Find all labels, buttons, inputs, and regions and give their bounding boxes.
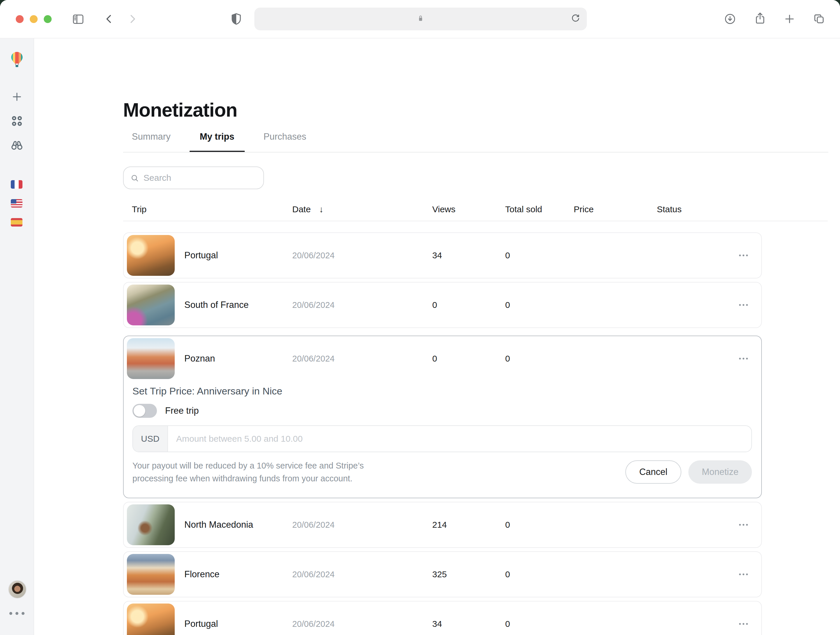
currency-label: USD	[133, 426, 168, 452]
lock-icon	[415, 13, 426, 25]
trip-row-main: Portugal 20/06/2024 34 0	[124, 602, 761, 635]
add-trip-icon[interactable]	[10, 90, 24, 105]
trip-row[interactable]: Portugal 20/06/2024 34 0	[123, 232, 762, 279]
trip-name: South of France	[184, 300, 249, 310]
trip-row[interactable]: Poznan 20/06/2024 0 0 Set Trip Price: An…	[123, 336, 762, 498]
trip-name: Florence	[184, 569, 219, 580]
trip-thumbnail	[127, 338, 175, 379]
share-icon[interactable]	[753, 12, 767, 25]
toggle-knob	[134, 405, 145, 417]
trip-views: 214	[432, 520, 447, 530]
back-icon[interactable]	[103, 13, 115, 25]
new-tab-icon[interactable]	[783, 13, 796, 25]
price-form-buttons: Cancel Monetize	[625, 460, 752, 484]
free-trip-toggle[interactable]	[133, 404, 157, 418]
trip-total-sold: 0	[505, 251, 510, 260]
tab-my-trips[interactable]: My trips	[200, 131, 235, 152]
trip-row-main: South of France 20/06/2024 0 0	[124, 282, 761, 328]
trip-total-sold: 0	[505, 300, 510, 310]
sort-desc-icon[interactable]: ↓	[319, 203, 324, 215]
trip-total-sold: 0	[505, 619, 510, 629]
apps-grid-icon[interactable]	[10, 114, 24, 129]
sidebar-toggle-icon[interactable]	[71, 12, 85, 26]
trip-thumbnail	[127, 235, 175, 276]
row-menu-button[interactable]	[736, 619, 751, 629]
app-logo-balloon-icon[interactable]	[10, 51, 24, 69]
explore-binoculars-icon[interactable]	[10, 138, 24, 153]
column-header-date[interactable]: Date	[292, 203, 311, 215]
main-content: Monetization Summary My trips Purchases …	[34, 38, 840, 635]
trip-total-sold: 0	[505, 354, 510, 364]
forward-icon[interactable]	[126, 13, 139, 25]
trip-views: 34	[432, 619, 442, 629]
app-sidebar	[0, 38, 34, 635]
free-trip-label: Free trip	[165, 405, 199, 416]
payout-disclaimer: Your payout will be reduced by a 10% ser…	[133, 459, 364, 485]
tab-summary[interactable]: Summary	[132, 131, 171, 152]
zoom-window-button[interactable]	[44, 15, 52, 23]
trip-row[interactable]: South of France 20/06/2024 0 0	[123, 282, 762, 328]
browser-window: Monetization Summary My trips Purchases …	[0, 0, 840, 635]
cancel-button[interactable]: Cancel	[625, 460, 682, 484]
row-menu-button[interactable]	[736, 354, 751, 364]
search-input[interactable]	[124, 167, 264, 189]
trip-views: 0	[432, 354, 437, 364]
reload-icon[interactable]	[570, 13, 581, 25]
browser-chrome	[0, 0, 840, 38]
user-avatar[interactable]	[8, 580, 27, 599]
trip-row-main: North Macedonia 20/06/2024 214 0	[124, 502, 761, 547]
monetize-button[interactable]: Monetize	[688, 460, 752, 484]
price-form: Set Trip Price: Anniversary in Nice Free…	[124, 381, 761, 498]
price-form-title: Set Trip Price: Anniversary in Nice	[133, 384, 752, 397]
trip-thumbnail	[127, 554, 175, 595]
trip-thumbnail	[127, 504, 175, 545]
free-trip-row: Free trip	[133, 404, 752, 418]
trip-date: 20/06/2024	[292, 619, 335, 629]
trip-views: 325	[432, 569, 447, 579]
trip-list: Portugal 20/06/2024 34 0 South of France…	[123, 232, 762, 635]
language-flag-usa[interactable]	[11, 199, 22, 208]
trip-date: 20/06/2024	[292, 520, 335, 530]
amount-field: USD	[133, 425, 752, 452]
trip-views: 0	[432, 300, 437, 310]
column-header-trip: Trip	[132, 203, 147, 215]
trip-row[interactable]: Portugal 20/06/2024 34 0	[123, 601, 762, 635]
trip-date: 20/06/2024	[292, 354, 335, 364]
row-menu-button[interactable]	[736, 520, 751, 530]
language-flag-spain[interactable]	[11, 218, 22, 227]
more-options-icon[interactable]	[9, 612, 25, 615]
trip-row[interactable]: Florence 20/06/2024 325 0	[123, 551, 762, 597]
tab-purchases[interactable]: Purchases	[264, 131, 306, 152]
downloads-icon[interactable]	[724, 13, 736, 25]
row-menu-button[interactable]	[736, 300, 751, 310]
trip-row-main: Florence 20/06/2024 325 0	[124, 552, 761, 597]
search-box	[123, 167, 264, 189]
tabs-divider	[123, 152, 828, 153]
column-header-views: Views	[432, 203, 455, 215]
trip-total-sold: 0	[505, 520, 510, 530]
column-header-total-sold: Total sold	[505, 203, 542, 215]
trip-name: Portugal	[184, 250, 218, 261]
column-header-price: Price	[574, 203, 594, 215]
price-form-footer: Your payout will be reduced by a 10% ser…	[133, 459, 752, 485]
minimize-window-button[interactable]	[30, 15, 38, 23]
table-header: Trip Date ↓ Views Total sold Price Statu…	[123, 203, 762, 215]
trip-thumbnail	[127, 603, 175, 635]
close-window-button[interactable]	[16, 15, 24, 23]
disclaimer-line-1: Your payout will be reduced by a 10% ser…	[133, 459, 364, 472]
tab-overview-icon[interactable]	[813, 13, 826, 25]
table-header-divider	[123, 221, 828, 221]
address-bar[interactable]	[254, 8, 587, 30]
trip-row-main: Poznan 20/06/2024 0 0	[124, 336, 761, 381]
trip-total-sold: 0	[505, 569, 510, 579]
amount-input[interactable]	[168, 426, 752, 452]
row-menu-button[interactable]	[736, 569, 751, 579]
trip-row[interactable]: North Macedonia 20/06/2024 214 0	[123, 502, 762, 548]
trip-date: 20/06/2024	[292, 300, 335, 310]
disclaimer-line-2: processing fee when withdrawing funds fr…	[133, 472, 364, 485]
page-title: Monetization	[123, 99, 237, 121]
row-menu-button[interactable]	[736, 251, 751, 260]
language-flag-france[interactable]	[11, 180, 22, 189]
trip-views: 34	[432, 251, 442, 260]
privacy-shield-icon[interactable]	[229, 12, 243, 26]
